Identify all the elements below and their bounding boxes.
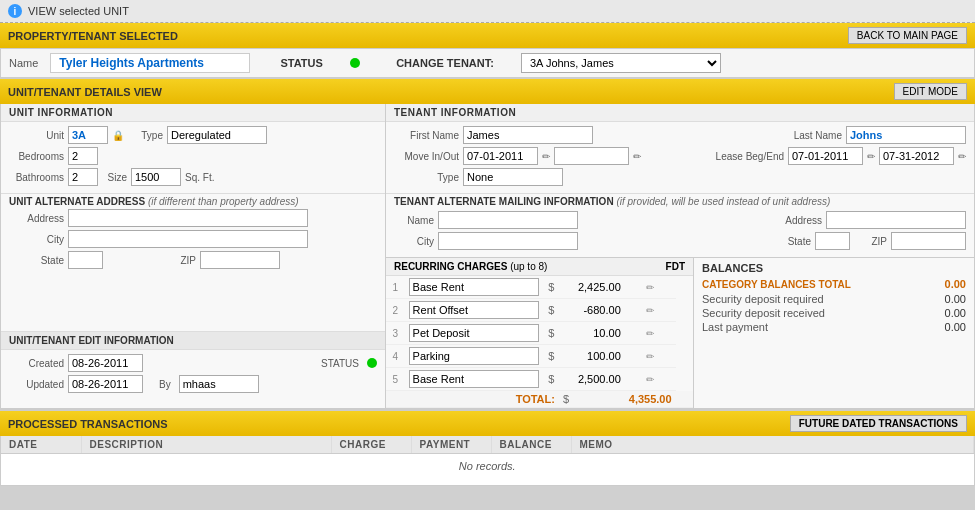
mailing-name-label: Name	[394, 215, 434, 226]
lease-label: Lease Beg/End	[704, 151, 784, 162]
balance-item: Security deposit required 0.00	[702, 293, 966, 305]
back-to-main-button[interactable]: BACK TO MAIN PAGE	[848, 27, 967, 44]
mailing-city-row: City State ZIP	[394, 232, 966, 250]
zip-input[interactable]	[200, 251, 280, 269]
unit-row: Unit 🔒 Type	[9, 126, 377, 144]
updated-input[interactable]	[68, 375, 143, 393]
bedrooms-row: Bedrooms	[9, 147, 377, 165]
charge-edit-icon[interactable]: ✏	[646, 305, 654, 316]
future-dated-button[interactable]: FUTURE DATED TRANSACTIONS	[790, 415, 967, 432]
bedrooms-input[interactable]	[68, 147, 98, 165]
charge-edit-icon[interactable]: ✏	[646, 282, 654, 293]
move-out-edit-icon[interactable]: ✏	[633, 151, 641, 162]
col-memo: MEMO	[571, 436, 974, 454]
move-label: Move In/Out	[394, 151, 459, 162]
state-input[interactable]	[68, 251, 103, 269]
tenant-info-header: TENANT INFORMATION	[386, 104, 974, 122]
move-out-input[interactable]	[554, 147, 629, 165]
bedrooms-label: Bedrooms	[9, 151, 64, 162]
first-name-label: First Name	[394, 130, 459, 141]
last-name-input[interactable]	[846, 126, 966, 144]
size-input[interactable]	[131, 168, 181, 186]
balances-section: BALANCES CATEGORY BALANCES TOTAL 0.00 Se…	[694, 258, 974, 408]
by-label: By	[159, 379, 171, 390]
tenant-info-form: First Name Last Name Move In/Out ✏ ✏ Lea…	[386, 122, 974, 193]
unit-info-header: UNIT INFORMATION	[1, 104, 385, 122]
move-row: Move In/Out ✏ ✏ Lease Beg/End ✏ ✏	[394, 147, 966, 165]
city-input[interactable]	[68, 230, 308, 248]
property-name: Tyler Heights Apartments	[50, 53, 250, 73]
lock-icon[interactable]: 🔒	[112, 130, 124, 141]
charge-edit-icon[interactable]: ✏	[646, 328, 654, 339]
unit-input[interactable]	[68, 126, 108, 144]
edit-mode-button[interactable]: EDIT MODE	[894, 83, 967, 100]
mailing-address-input[interactable]	[826, 211, 966, 229]
charge-row: 4 $ 100.00 ✏	[386, 345, 693, 368]
col-description: DESCRIPTION	[81, 436, 331, 454]
category-total-row: CATEGORY BALANCES TOTAL 0.00	[702, 278, 966, 290]
property-section-title: PROPERTY/TENANT SELECTED	[8, 30, 178, 42]
charge-desc-input[interactable]	[409, 278, 539, 296]
tenant-type-label: Type	[394, 172, 459, 183]
type-input[interactable]	[167, 126, 267, 144]
charge-row: 3 $ 10.00 ✏	[386, 322, 693, 345]
lease-beg-edit-icon[interactable]: ✏	[867, 151, 875, 162]
mailing-name-input[interactable]	[438, 211, 578, 229]
first-name-input[interactable]	[463, 126, 593, 144]
alt-address-header: UNIT ALTERNATE ADDRESS (if different tha…	[1, 193, 385, 209]
charge-desc-input[interactable]	[409, 347, 539, 365]
edit-info-header: UNIT/TENANT EDIT INFORMATION	[1, 331, 385, 350]
size-label: Size	[102, 172, 127, 183]
charge-row: 2 $ -680.00 ✏	[386, 299, 693, 322]
created-input[interactable]	[68, 354, 143, 372]
lease-end-edit-icon[interactable]: ✏	[958, 151, 966, 162]
right-column: TENANT INFORMATION First Name Last Name …	[386, 104, 974, 408]
balance-item: Last payment 0.00	[702, 321, 966, 333]
state-label: State	[9, 255, 64, 266]
mailing-zip-input[interactable]	[891, 232, 966, 250]
status-edit-indicator	[367, 358, 377, 368]
alt-mailing-form: Name Address City State ZIP	[386, 209, 974, 257]
alt-address-subtitle: (if different than property address)	[148, 196, 299, 207]
name-label: Name	[9, 57, 38, 69]
charge-desc-input[interactable]	[409, 301, 539, 319]
left-column: UNIT INFORMATION Unit 🔒 Type Bedrooms Ba…	[1, 104, 386, 408]
updated-row: Updated By	[9, 375, 377, 393]
category-total-value: 0.00	[945, 278, 966, 290]
type-row: Type	[394, 168, 966, 186]
address-input[interactable]	[68, 209, 308, 227]
state-zip-row: State ZIP	[9, 251, 377, 269]
charge-desc-input[interactable]	[409, 324, 539, 342]
bathrooms-input[interactable]	[68, 168, 98, 186]
by-input[interactable]	[179, 375, 259, 393]
charge-row: 1 $ 2,425.00 ✏	[386, 276, 693, 299]
updated-label: Updated	[9, 379, 64, 390]
col-payment: PAYMENT	[411, 436, 491, 454]
charge-edit-icon[interactable]: ✏	[646, 351, 654, 362]
balances-list: Security deposit required 0.00 Security …	[702, 293, 966, 333]
charge-edit-icon[interactable]: ✏	[646, 374, 654, 385]
created-label: Created	[9, 358, 64, 369]
tenant-type-input[interactable]	[463, 168, 563, 186]
charges-total-row: TOTAL: $ 4,355.00	[386, 391, 693, 408]
move-in-edit-icon[interactable]: ✏	[542, 151, 550, 162]
charge-desc-input[interactable]	[409, 370, 539, 388]
col-charge: CHARGE	[331, 436, 411, 454]
address-label: Address	[9, 213, 64, 224]
alt-address-form: Address City State ZIP	[1, 209, 385, 276]
main-content: UNIT INFORMATION Unit 🔒 Type Bedrooms Ba…	[0, 104, 975, 409]
move-in-input[interactable]	[463, 147, 538, 165]
tenant-select[interactable]: 3A Johns, James	[521, 53, 721, 73]
top-bar-label: VIEW selected UNIT	[28, 5, 129, 17]
balance-item: Security deposit received 0.00	[702, 307, 966, 319]
mailing-name-row: Name Address	[394, 211, 966, 229]
created-row: Created STATUS	[9, 354, 377, 372]
lease-end-input[interactable]	[879, 147, 954, 165]
edit-info-content: Created STATUS Updated By	[1, 350, 385, 400]
mailing-state-input[interactable]	[815, 232, 850, 250]
mailing-city-input[interactable]	[438, 232, 578, 250]
lease-beg-input[interactable]	[788, 147, 863, 165]
category-total-label: CATEGORY BALANCES TOTAL	[702, 279, 851, 290]
transactions-container: DATE DESCRIPTION CHARGE PAYMENT BALANCE …	[0, 436, 975, 486]
details-title: UNIT/TENANT DETAILS VIEW	[8, 86, 162, 98]
